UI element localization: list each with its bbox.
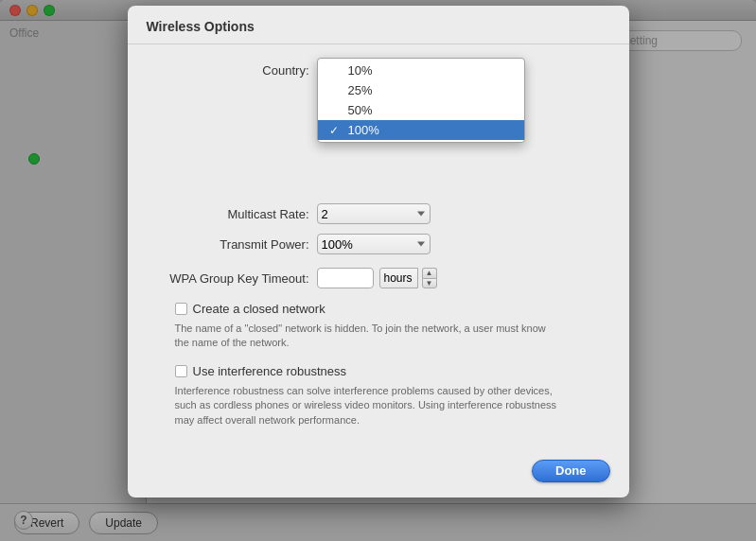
closed-network-desc: The name of a "closed" network is hidden… bbox=[147, 322, 563, 351]
country-row: Country: United States 10% 25% bbox=[147, 60, 610, 80]
transmit-label: Transmit Power: bbox=[147, 237, 317, 252]
modal-body: Country: United States 10% 25% bbox=[128, 44, 629, 460]
dropdown-item-50[interactable]: 50% bbox=[318, 100, 524, 120]
hours-select[interactable]: hours bbox=[379, 268, 418, 288]
closed-network-label[interactable]: Create a closed network bbox=[175, 302, 610, 316]
country-label: Country: bbox=[147, 63, 317, 78]
wpa-timeout-row: WPA Group Key Timeout: 1 hours ▲ ▼ bbox=[147, 268, 610, 288]
dropdown-item-100[interactable]: ✓ 100% bbox=[318, 120, 524, 140]
transmit-power-row: Transmit Power: 100% bbox=[147, 234, 610, 254]
interference-label[interactable]: Use interference robustness bbox=[175, 364, 610, 378]
dropdown-item-25[interactable]: 25% bbox=[318, 80, 524, 100]
multicast-select-wrapper: 2 bbox=[317, 203, 431, 224]
multicast-rate-row: Multicast Rate: 2 bbox=[147, 203, 610, 224]
interference-row: Use interference robustness bbox=[147, 364, 610, 378]
multicast-label: Multicast Rate: bbox=[147, 207, 317, 221]
hours-stepper: ▲ ▼ bbox=[422, 268, 437, 288]
closed-network-checkbox[interactable] bbox=[175, 303, 187, 315]
dropdown-item-10[interactable]: 10% bbox=[318, 61, 524, 80]
interference-desc: Interference robustness can solve interf… bbox=[147, 384, 563, 428]
stepper-down[interactable]: ▼ bbox=[422, 278, 437, 288]
wpa-timeout-input[interactable]: 1 bbox=[317, 268, 374, 288]
wpa-label: WPA Group Key Timeout: bbox=[147, 271, 317, 286]
multicast-select[interactable]: 2 bbox=[317, 203, 431, 224]
stepper-up[interactable]: ▲ bbox=[422, 268, 437, 278]
transmit-power-dropdown[interactable]: 10% 25% 50% ✓ 100% bbox=[317, 58, 525, 143]
country-dropdown-container: United States 10% 25% bbox=[317, 60, 506, 80]
transmit-select-wrapper: 100% bbox=[317, 234, 431, 254]
transmit-select[interactable]: 100% bbox=[317, 234, 431, 254]
modal-overlay: Wireless Options Country: United States … bbox=[0, 0, 756, 541]
modal-footer: Done bbox=[128, 460, 629, 497]
closed-network-row: Create a closed network bbox=[147, 302, 610, 316]
wireless-options-modal: Wireless Options Country: United States … bbox=[128, 6, 629, 497]
interference-checkbox[interactable] bbox=[175, 365, 187, 377]
modal-header: Wireless Options bbox=[128, 6, 629, 44]
done-button[interactable]: Done bbox=[532, 460, 610, 482]
modal-title: Wireless Options bbox=[147, 19, 610, 34]
